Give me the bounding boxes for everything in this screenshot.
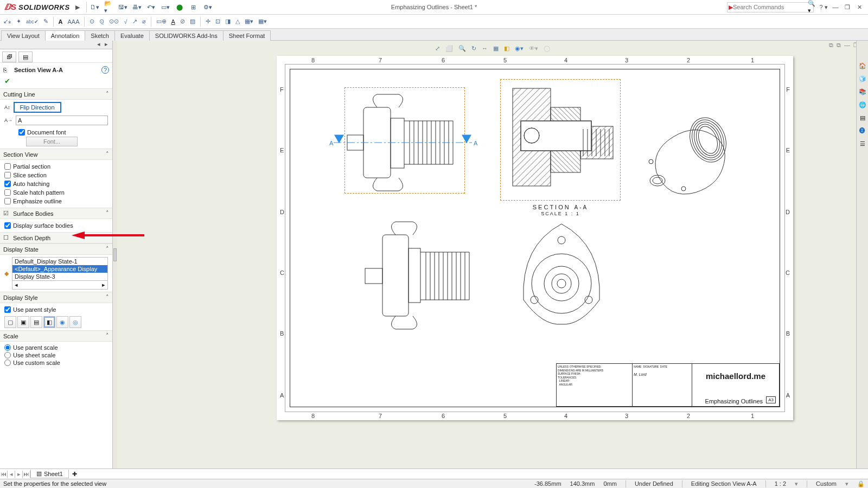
shaded2-icon[interactable]: ◎ xyxy=(69,316,81,328)
section-label-input[interactable] xyxy=(16,115,108,125)
area-hatch-icon[interactable]: ◨ xyxy=(225,18,231,25)
view-orient-icon[interactable]: ◧ xyxy=(504,45,509,52)
group-cutting-line[interactable]: Cutting Line˄ xyxy=(0,88,112,100)
select-icon[interactable]: ▭▾ xyxy=(161,2,170,12)
scroll-left-icon[interactable]: ◂ xyxy=(15,281,18,288)
weld-symbol-icon[interactable]: ↗ xyxy=(132,18,137,25)
use-parent-style-checkbox[interactable] xyxy=(4,306,11,313)
prev-sheet-icon[interactable]: ◂ xyxy=(8,471,15,478)
search-run-icon[interactable]: ▶ xyxy=(729,4,733,11)
resources-icon[interactable]: 🧊 xyxy=(858,75,867,85)
balloon-icon[interactable]: ⊙ xyxy=(90,18,94,25)
display-style-icon[interactable]: ◉▾ xyxy=(515,45,524,52)
hole-callout-icon[interactable]: ⌀ xyxy=(142,18,146,25)
group-section-view[interactable]: Section View˄ xyxy=(0,149,112,160)
menu-dropdown-icon[interactable]: ▶ xyxy=(72,4,83,11)
close-icon[interactable]: ✕ xyxy=(855,4,864,11)
help-button-icon[interactable]: ? xyxy=(101,66,109,74)
use-sheet-scale-radio[interactable] xyxy=(4,352,11,358)
tab-view-layout[interactable]: View Layout xyxy=(1,30,46,41)
list-item[interactable]: Default_Display State-1 xyxy=(12,258,107,265)
new-icon[interactable]: 🗋▾ xyxy=(90,2,100,12)
search-commands[interactable]: ▶ 🔍▾ xyxy=(727,2,814,12)
group-scale[interactable]: Scale˄ xyxy=(0,330,112,342)
print-icon[interactable]: 🖶▾ xyxy=(132,2,142,12)
slice-section-checkbox[interactable] xyxy=(4,172,11,178)
zoom-fit-icon[interactable]: ⤢ xyxy=(435,45,440,52)
revision-icon[interactable]: △ xyxy=(235,18,240,25)
pm-tab-property-icon[interactable]: ▤ xyxy=(18,52,33,62)
gtol-icon[interactable]: ▭⊕ xyxy=(156,18,167,25)
first-sheet-icon[interactable]: ⏮ xyxy=(0,471,8,478)
globe-icon[interactable]: 🌐 xyxy=(858,101,867,111)
status-zoom[interactable]: 1 : 2 xyxy=(775,480,786,487)
section-view-icon[interactable]: ▦ xyxy=(493,45,499,52)
rotate-icon[interactable]: ↻ xyxy=(471,45,476,52)
group-display-style[interactable]: Display Style˄ xyxy=(0,292,112,303)
home-icon[interactable]: 🏠 xyxy=(858,62,867,72)
tab-sheet-format[interactable]: Sheet Format xyxy=(223,30,271,41)
appearance-icon[interactable]: ◯ xyxy=(544,45,550,52)
status-lock-icon[interactable]: 🔒 xyxy=(857,480,865,487)
minimize-icon[interactable]: — xyxy=(831,4,840,11)
spellcheck-icon[interactable]: abc✔ xyxy=(26,19,39,24)
rebuild-icon[interactable]: ⬤ xyxy=(175,2,184,12)
note-icon[interactable]: A xyxy=(59,18,63,25)
use-parent-scale-radio[interactable] xyxy=(4,344,11,351)
display-state-list[interactable]: Default_Display State-1 <Default>_Appear… xyxy=(12,257,108,290)
scroll-right-icon[interactable]: ▸ xyxy=(102,281,105,288)
shaded-icon[interactable]: ◉ xyxy=(56,316,68,328)
options-icon[interactable]: ⊞ xyxy=(189,2,199,12)
graphics-area[interactable]: ⤢ ⬜ 🔍 ↻ ↔ ▦ ◧ ◉▾ 👁▾ ◯ ⧉ ⧉ — ❐ ✕ 8 7 xyxy=(117,41,868,468)
save-icon[interactable]: 🖫▾ xyxy=(118,2,128,12)
wireframe-icon[interactable]: ▢ xyxy=(4,316,16,328)
datum-target-icon[interactable]: ⊘ xyxy=(180,18,185,25)
hatch-icon[interactable]: ▨ xyxy=(190,18,195,25)
partial-section-checkbox[interactable] xyxy=(4,163,11,170)
stacked-balloon-icon[interactable]: ⊙̤ xyxy=(99,18,104,25)
panel-tab-right-icon[interactable]: ▸ xyxy=(104,41,109,49)
group-display-state[interactable]: Display State˄ xyxy=(0,243,112,255)
splitter[interactable] xyxy=(113,41,117,468)
status-units[interactable]: Custom xyxy=(816,480,837,487)
tab-evaluate[interactable]: Evaluate xyxy=(114,30,150,41)
zoom-prev-icon[interactable]: 🔍 xyxy=(458,45,466,52)
appearances-icon[interactable]: 🅧 xyxy=(858,127,867,137)
hidden-visible-icon[interactable]: ▣ xyxy=(17,316,29,328)
auto-hatching-checkbox[interactable] xyxy=(4,181,11,187)
next-doc-icon[interactable]: ⧉ xyxy=(837,42,841,49)
pan-icon[interactable]: ↔ xyxy=(482,45,488,52)
tab-addins[interactable]: SOLIDWORKS Add-Ins xyxy=(149,30,224,41)
list-item[interactable]: Display State-3 xyxy=(12,273,107,280)
tables-icon[interactable]: ▦▾ xyxy=(245,18,253,25)
accept-icon[interactable]: ✔ xyxy=(4,77,10,85)
last-sheet-icon[interactable]: ⏭ xyxy=(23,471,30,478)
datum-feature-icon[interactable]: A xyxy=(171,18,175,25)
scale-hatch-checkbox[interactable] xyxy=(4,189,11,196)
emphasize-outline-checkbox[interactable] xyxy=(4,198,11,204)
add-sheet-icon[interactable]: ✚ xyxy=(69,471,80,478)
document-font-checkbox[interactable] xyxy=(18,129,25,136)
design-library-icon[interactable]: 📚 xyxy=(858,88,867,98)
centerline-icon[interactable]: ⊡ xyxy=(215,18,220,25)
hide-show-icon[interactable]: 👁▾ xyxy=(529,45,538,52)
zoom-area-icon[interactable]: ⬜ xyxy=(445,45,453,52)
search-icon[interactable]: 🔍▾ xyxy=(808,0,815,14)
table-icon[interactable]: ▦▾ xyxy=(258,18,267,25)
sheet-tab[interactable]: ▥ Sheet1 xyxy=(30,470,69,478)
group-surface-bodies[interactable]: ☑ Surface Bodies˄ xyxy=(0,208,112,219)
help-icon[interactable]: ? ▾ xyxy=(819,4,828,11)
view-palette-icon[interactable]: ▤ xyxy=(858,114,867,124)
doc-min-icon[interactable]: — xyxy=(844,42,850,49)
linear-pattern-icon[interactable]: AAA xyxy=(67,18,79,25)
format-painter-icon[interactable]: ✎ xyxy=(43,18,48,25)
panel-tab-left-icon[interactable]: ◂ xyxy=(96,41,101,49)
surface-finish-icon[interactable]: √ xyxy=(124,18,127,25)
display-surface-bodies-checkbox[interactable] xyxy=(4,222,11,229)
restore-icon[interactable]: ❐ xyxy=(843,4,852,11)
custom-props-icon[interactable]: ☰ xyxy=(858,140,867,150)
tab-sketch[interactable]: Sketch xyxy=(85,30,115,41)
shaded-edges-icon[interactable]: ◧ xyxy=(43,316,55,328)
open-icon[interactable]: 📂▾ xyxy=(104,2,114,12)
tab-annotation[interactable]: Annotation xyxy=(45,30,86,41)
